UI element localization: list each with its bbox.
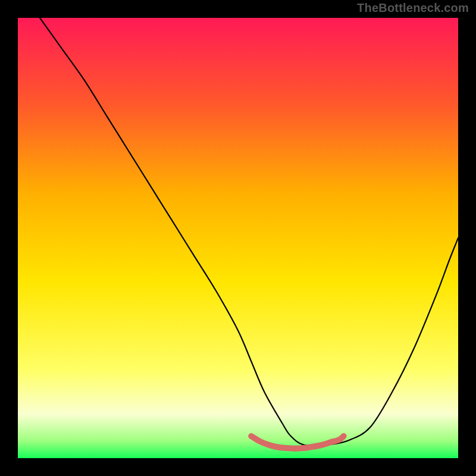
curves-layer — [18, 18, 458, 458]
bottleneck-curve — [40, 18, 458, 446]
chart-frame: TheBottleneck.com — [0, 0, 476, 476]
watermark-text: TheBottleneck.com — [357, 1, 469, 15]
plot-area — [18, 18, 458, 458]
